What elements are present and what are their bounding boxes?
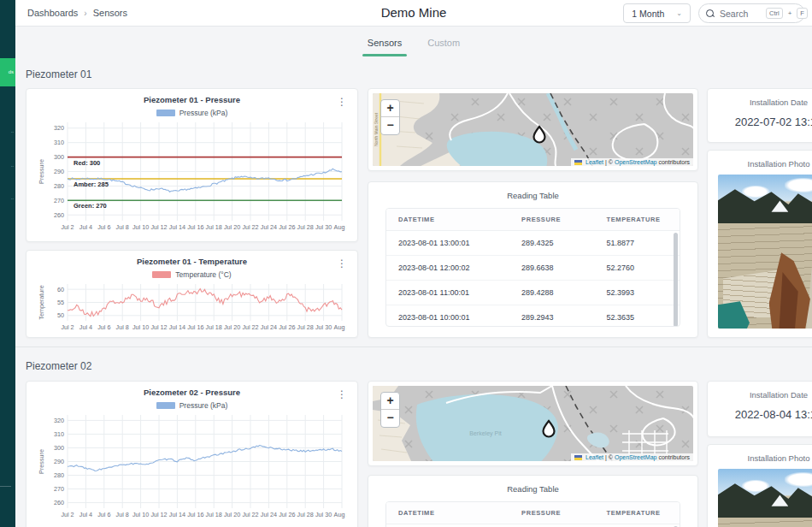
- map-lake-label: Berkeley Pit: [469, 430, 501, 437]
- svg-text:Jul 2: Jul 2: [61, 323, 74, 331]
- table-cell: 2023-08-01 10:00:01: [386, 305, 509, 328]
- svg-text:320: 320: [54, 417, 64, 424]
- svg-text:Jul 10: Jul 10: [132, 511, 149, 518]
- svg-text:Jul 6: Jul 6: [97, 223, 110, 231]
- kebab-menu-icon[interactable]: ⋮: [333, 390, 350, 399]
- svg-text:Jul 16: Jul 16: [187, 223, 203, 231]
- col-pressure: PRESSURE: [509, 502, 594, 524]
- legend-label: Temperature (°C): [175, 270, 231, 279]
- zoom-in-button[interactable]: +: [381, 393, 399, 410]
- svg-text:Jul 16: Jul 16: [187, 323, 203, 331]
- svg-text:Jul 20: Jul 20: [224, 511, 240, 518]
- svg-text:Jul 2: Jul 2: [61, 223, 74, 231]
- col-pressure: PRESSURE: [509, 209, 594, 231]
- time-range-select[interactable]: 1 Month ⌄: [623, 3, 691, 23]
- legend-label: Pressure (kPa): [179, 401, 228, 410]
- svg-text:280: 280: [54, 471, 64, 479]
- svg-text:Jul 30: Jul 30: [315, 323, 332, 331]
- installation-date-label: Installation Date: [708, 89, 812, 107]
- chart-card-p02-pressure: Piezometer 02 - Pressure ⋮ Pressure (kPa…: [26, 381, 358, 527]
- svg-text:290: 290: [54, 168, 64, 175]
- legend-swatch: [156, 110, 175, 116]
- svg-text:Jul 12: Jul 12: [150, 323, 167, 331]
- map-tiles: Berkeley Pit: [373, 386, 693, 461]
- installation-photo-card-p01: Installation Photo: [707, 150, 812, 338]
- legend-label: Pressure (kPa): [179, 109, 228, 117]
- zoom-in-button[interactable]: +: [381, 100, 399, 117]
- svg-text:Jul 28: Jul 28: [297, 223, 314, 231]
- reading-table: DATETIME PRESSURE TEMPERATURE 2023-08-01…: [385, 208, 680, 327]
- tab-sensors[interactable]: Sensors: [366, 33, 403, 53]
- svg-text:Jul 14: Jul 14: [169, 323, 185, 331]
- svg-text:Jul 20: Jul 20: [224, 223, 240, 231]
- svg-text:Aug 1: Aug 1: [334, 323, 347, 331]
- kebab-menu-icon[interactable]: ⋮: [333, 98, 350, 106]
- installation-date-label: Installation Date: [708, 382, 812, 400]
- tab-bar: Sensors Custom: [15, 27, 812, 59]
- search-icon: [706, 9, 715, 18]
- svg-text:270: 270: [54, 485, 64, 493]
- sidebar-item-fragment[interactable]: ‥: [11, 128, 14, 133]
- svg-text:Amber: 285: Amber: 285: [74, 181, 109, 188]
- sidebar-item-fragment[interactable]: ‥: [11, 163, 14, 168]
- svg-text:Jul 22: Jul 22: [242, 223, 258, 231]
- attribution-sep: | ©: [605, 159, 613, 165]
- svg-text:Aug 1: Aug 1: [334, 223, 347, 231]
- svg-text:Jul 6: Jul 6: [97, 511, 110, 518]
- map-attribution: Leaflet | © OpenStreetMap contributors: [571, 158, 693, 166]
- leaflet-link[interactable]: Leaflet: [585, 454, 603, 460]
- tab-custom[interactable]: Custom: [426, 33, 462, 53]
- svg-text:Jul 10: Jul 10: [132, 223, 149, 231]
- search-box[interactable]: Ctrl + F: [698, 3, 805, 23]
- svg-text:Jul 26: Jul 26: [279, 223, 295, 231]
- svg-text:Jul 14: Jul 14: [169, 223, 185, 231]
- table-header-row: DATETIME PRESSURE TEMPERATURE: [386, 502, 680, 524]
- svg-text:Jul 26: Jul 26: [279, 323, 295, 331]
- svg-text:310: 310: [54, 139, 64, 146]
- map-canvas[interactable]: North Main Street + − Leaflet | © OpenSt…: [373, 93, 693, 166]
- zoom-out-button[interactable]: −: [381, 117, 399, 134]
- search-input[interactable]: [720, 9, 761, 19]
- installation-date-card-p02: Installation Date 2022-08-04 13:18: [707, 381, 812, 437]
- svg-text:320: 320: [54, 124, 64, 132]
- kebab-menu-icon[interactable]: ⋮: [333, 259, 350, 268]
- table-header-row: DATETIME PRESSURE TEMPERATURE: [386, 209, 680, 231]
- leaflet-link[interactable]: Leaflet: [585, 159, 603, 165]
- svg-text:270: 270: [54, 197, 64, 204]
- sidebar-divider: [0, 486, 11, 487]
- osm-link[interactable]: OpenStreetMap: [615, 454, 656, 460]
- table-cell: 2023-08-01 12:00:02: [386, 256, 509, 281]
- map-card-p02: Berkeley Pit + − Leaflet | © OpenStreetM…: [368, 381, 698, 466]
- kbd-f: F: [797, 8, 808, 19]
- time-range-value: 1 Month: [632, 9, 664, 19]
- top-header: Dashboards › Sensors Demo Mine 1 Month ⌄…: [15, 0, 812, 27]
- svg-text:Green: 270: Green: 270: [74, 202, 107, 210]
- kbd-ctrl: Ctrl: [766, 8, 783, 19]
- svg-text:260: 260: [54, 211, 64, 219]
- reading-table-card-p01: Reading Table DATETIME PRESSURE TEMPERAT…: [368, 181, 698, 338]
- installation-date-card-p01: Installation Date 2022-07-02 13:17: [707, 88, 812, 143]
- reading-table-title: Reading Table: [368, 182, 697, 207]
- zoom-out-button[interactable]: −: [381, 410, 399, 427]
- sidebar-item-fragment[interactable]: ‥: [11, 195, 14, 200]
- sidebar-item-dashboards[interactable]: ds: [0, 58, 15, 86]
- temperature-chart: 505560Jul 2Jul 4Jul 6Jul 8Jul 10Jul 12Ju…: [37, 280, 347, 333]
- svg-text:Aug 1: Aug 1: [334, 511, 347, 518]
- osm-link[interactable]: OpenStreetMap: [615, 159, 656, 165]
- map-zoom-control: + −: [380, 99, 400, 135]
- svg-text:Jul 8: Jul 8: [116, 223, 129, 231]
- installation-photo: [718, 469, 812, 527]
- reading-table-card-p02: Reading Table DATETIME PRESSURE TEMPERAT…: [368, 475, 698, 527]
- svg-text:Jul 22: Jul 22: [242, 511, 258, 518]
- svg-text:290: 290: [54, 458, 64, 465]
- svg-text:Temperature: Temperature: [38, 285, 45, 319]
- installation-date-value: 2022-07-02 13:17: [708, 107, 812, 128]
- map-card-p01: North Main Street + − Leaflet | © OpenSt…: [368, 88, 698, 171]
- pressure-chart: 260270280290300310320Jul 2Jul 4Jul 6Jul …: [37, 411, 347, 520]
- svg-text:310: 310: [54, 430, 64, 438]
- svg-text:Jul 14: Jul 14: [169, 511, 185, 518]
- svg-text:Jul 12: Jul 12: [150, 511, 167, 518]
- map-canvas[interactable]: Berkeley Pit + − Leaflet | © OpenStreetM…: [373, 386, 693, 461]
- chart-card-p01-pressure: Piezometer 01 - Pressure ⋮ Pressure (kPa…: [26, 88, 358, 242]
- table-scrollbar[interactable]: [674, 233, 678, 327]
